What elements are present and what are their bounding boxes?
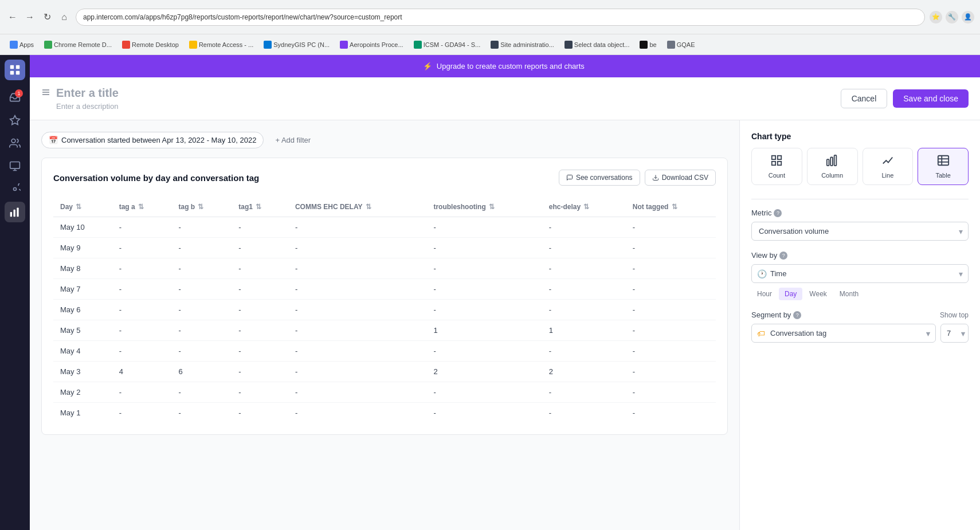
cell-not_tagged: - xyxy=(626,403,716,423)
view-by-help-icon[interactable]: ? xyxy=(779,252,787,260)
extension-icon-3[interactable]: 👤 xyxy=(962,11,974,23)
header-left xyxy=(41,87,204,111)
report-title-input[interactable] xyxy=(56,87,204,100)
table-row: May 346--22- xyxy=(53,362,716,382)
chart-type-count[interactable]: Count xyxy=(751,148,802,185)
cell-ehc_delay: 1 xyxy=(542,320,626,341)
time-tab-day[interactable]: Day xyxy=(779,288,802,300)
extension-icon-2[interactable]: 🔧 xyxy=(946,11,958,23)
browser-controls[interactable]: ← → ↻ ⌂ xyxy=(6,10,71,24)
cell-tag_b: - xyxy=(171,300,232,320)
apps-icon xyxy=(9,183,21,195)
show-top-select-wrapper: 57101520 ▾ xyxy=(940,324,969,343)
bookmark-icsm[interactable]: ICSM - GDA94 - S... xyxy=(410,39,485,50)
col-header-not_tagged[interactable]: Not tagged ⇅ xyxy=(626,197,716,217)
cell-tag1: - xyxy=(232,217,288,238)
date-filter-chip[interactable]: 📅 Conversation started between Apr 13, 2… xyxy=(41,132,264,148)
sort-icon-tag_b: ⇅ xyxy=(198,203,203,211)
hamburger-icon[interactable] xyxy=(41,88,50,99)
col-header-troubleshooting[interactable]: troubleshooting ⇅ xyxy=(426,197,542,217)
address-bar[interactable]: app.intercom.com/a/apps/h6zp7pg8/reports… xyxy=(76,9,925,26)
cell-troubleshooting: - xyxy=(426,341,542,362)
download-csv-button[interactable]: Download CSV xyxy=(645,170,716,186)
segment-by-help-icon[interactable]: ? xyxy=(793,311,801,319)
segment-select[interactable]: Conversation tag xyxy=(751,324,936,343)
bookmark-gqae-label: GQAE xyxy=(677,41,695,48)
bookmark-be[interactable]: be xyxy=(636,39,660,50)
browser-chrome: ← → ↻ ⌂ app.intercom.com/a/apps/h6zp7pg8… xyxy=(0,0,980,34)
cell-tag_b: - xyxy=(171,258,232,279)
col-header-tag1[interactable]: tag1 ⇅ xyxy=(232,197,288,217)
sidebar-item-outbound[interactable] xyxy=(5,110,25,131)
col-header-tag_a[interactable]: tag a ⇅ xyxy=(112,197,172,217)
header-actions: Cancel Save and close xyxy=(841,89,969,108)
see-conversations-button[interactable]: See conversations xyxy=(559,170,640,186)
bookmark-remote-access[interactable]: Remote Access - ... xyxy=(185,39,257,50)
cell-ehc_delay: - xyxy=(542,279,626,300)
col-header-ehc_delay[interactable]: ehc-delay ⇅ xyxy=(542,197,626,217)
cell-tag_b: - xyxy=(171,403,232,423)
add-filter-label: + Add filter xyxy=(275,136,311,144)
reload-button[interactable]: ↻ xyxy=(40,10,54,24)
extension-icon-1[interactable]: ⭐ xyxy=(930,11,942,23)
bookmark-sydney-gis[interactable]: SydneyGIS PC (N... xyxy=(260,39,334,50)
sort-icon-troubleshooting: ⇅ xyxy=(489,203,495,211)
time-tab-week[interactable]: Week xyxy=(803,288,832,300)
col-header-comms_ehc_delay[interactable]: COMMS EHC DELAY ⇅ xyxy=(288,197,426,217)
app-logo[interactable] xyxy=(5,60,25,80)
bookmark-select-data[interactable]: Select data object... xyxy=(560,39,634,50)
bookmark-chrome-remote-label: Chrome Remote D... xyxy=(54,41,112,48)
sidebar: 1 xyxy=(0,55,30,530)
chart-type-column[interactable]: Column xyxy=(807,148,858,185)
cell-tag_b: - xyxy=(171,279,232,300)
cell-day: May 8 xyxy=(53,258,112,279)
upgrade-banner[interactable]: ⚡ Upgrade to create custom reports and c… xyxy=(30,55,980,77)
bookmark-apps[interactable]: Apps xyxy=(6,39,38,50)
chrome-remote-favicon xyxy=(44,41,52,49)
bookmark-site-admin[interactable]: Site administratio... xyxy=(487,39,558,50)
cell-day: May 9 xyxy=(53,238,112,258)
bookmark-remote-desktop[interactable]: Remote Desktop xyxy=(118,39,183,50)
cell-troubleshooting: - xyxy=(426,403,542,423)
back-button[interactable]: ← xyxy=(6,10,19,24)
metric-help-icon[interactable]: ? xyxy=(774,209,782,217)
bookmark-remote-desktop-label: Remote Desktop xyxy=(132,41,179,48)
col-header-tag_b[interactable]: tag b ⇅ xyxy=(171,197,232,217)
col-header-day[interactable]: Day ⇅ xyxy=(53,197,112,217)
add-filter-button[interactable]: + Add filter xyxy=(269,132,316,148)
segment-select-row: 🏷 Conversation tag ▾ 57101520 ▾ xyxy=(751,324,969,343)
segment-by-label-container: Segment by ? xyxy=(751,311,801,319)
report-desc-input[interactable] xyxy=(56,102,204,111)
tag-icon: 🏷 xyxy=(757,329,765,338)
home-button[interactable]: ⌂ xyxy=(57,10,71,24)
chart-type-table[interactable]: Table xyxy=(918,148,969,185)
segment-by-group: Segment by ? Show top 🏷 Conversation tag… xyxy=(751,311,969,343)
bookmark-aeropoints[interactable]: Aeropoints Proce... xyxy=(336,39,407,50)
sidebar-item-apps[interactable] xyxy=(5,179,25,199)
cell-day: May 5 xyxy=(53,320,112,341)
time-tab-hour[interactable]: Hour xyxy=(751,288,778,300)
forward-button[interactable]: → xyxy=(23,10,37,24)
table-row: May 4------- xyxy=(53,341,716,362)
cancel-button[interactable]: Cancel xyxy=(841,89,888,108)
save-and-close-button[interactable]: Save and close xyxy=(893,89,969,108)
time-tab-month[interactable]: Month xyxy=(834,288,864,300)
time-select[interactable]: Time xyxy=(751,264,969,283)
app-wrapper: 1 xyxy=(0,55,980,530)
metric-select[interactable]: Conversation volumeNew conversationsClos… xyxy=(751,222,969,241)
aeropoints-favicon xyxy=(340,41,348,49)
sidebar-item-contacts[interactable] xyxy=(5,133,25,154)
cell-day: May 3 xyxy=(53,362,112,382)
sidebar-item-inbox[interactable]: 1 xyxy=(5,87,25,108)
chart-type-line[interactable]: Line xyxy=(863,148,914,185)
sidebar-item-analytics[interactable] xyxy=(5,202,25,222)
cell-tag1: - xyxy=(232,341,288,362)
svg-rect-9 xyxy=(14,210,15,217)
sidebar-item-reports[interactable] xyxy=(5,156,25,176)
table-body: May 10-------May 9-------May 8-------May… xyxy=(53,217,716,423)
bookmark-gqae[interactable]: GQAE xyxy=(663,39,699,50)
bookmark-chrome-remote[interactable]: Chrome Remote D... xyxy=(40,39,116,50)
svg-point-5 xyxy=(11,139,15,143)
cell-troubleshooting: - xyxy=(426,382,542,403)
show-top-select[interactable]: 57101520 xyxy=(940,324,969,343)
